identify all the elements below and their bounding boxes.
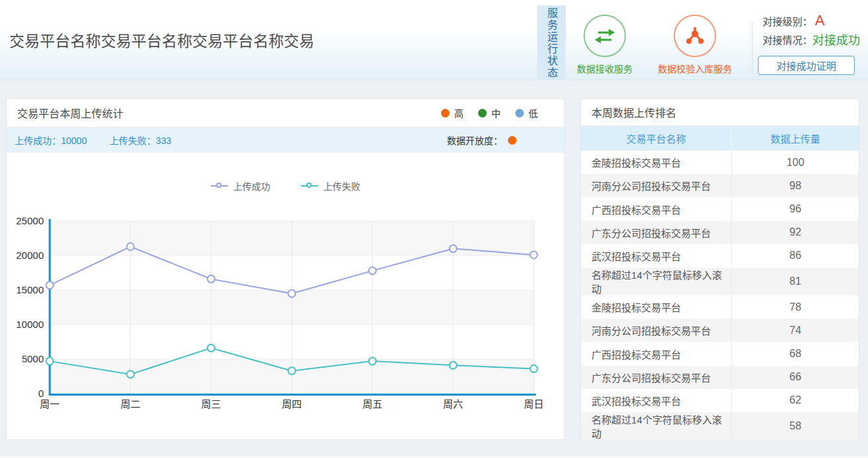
column-header-platform-name: 交易平台名称	[581, 126, 732, 151]
right-panel-header: 本周数据上传排名	[581, 99, 859, 126]
table-row[interactable]: 河南分公司招投标交易平台74	[581, 319, 859, 342]
upload-amount-cell: 98	[732, 174, 859, 197]
upload-amount-cell: 81	[732, 267, 859, 295]
vertical-dotted-divider	[752, 23, 753, 74]
svg-text:20000: 20000	[16, 250, 44, 261]
platform-name-cell: 河南分公司招投标交易平台	[581, 319, 732, 342]
docking-success-cert-button[interactable]: 对接成功证明	[758, 56, 855, 75]
platform-name-cell: 广西招投标交易平台	[581, 197, 732, 220]
footer-bar	[0, 455, 868, 458]
upload-amount-cell: 86	[732, 244, 859, 267]
svg-text:周三: 周三	[201, 398, 221, 410]
service-data-receive[interactable]: 数据接收服务	[572, 15, 638, 75]
ranking-table-body: 金陵招投标交易平台100河南分公司招投标交易平台98广西招投标交易平台96广东分…	[581, 151, 859, 440]
docking-level-row: 对接级别： A	[763, 11, 860, 30]
level-dot-icon	[441, 109, 450, 117]
upload-amount-cell: 74	[732, 319, 859, 342]
service-data-validate-store[interactable]: 数据校验入库服务	[654, 15, 736, 75]
weekly-upload-ranking-panel: 本周数据上传排名 交易平台名称 数据上传量 金陵招投标交易平台100河南分公司招…	[580, 98, 859, 440]
level-dot-icon	[515, 109, 524, 117]
table-row[interactable]: 金陵招投标交易平台100	[581, 151, 859, 174]
table-row[interactable]: 广东分公司招投标交易平台92	[581, 221, 859, 244]
docking-level-value: A	[815, 12, 825, 29]
level-legend: 高中低	[441, 106, 538, 119]
table-row[interactable]: 武汉招投标交易平台86	[581, 244, 859, 267]
column-header-upload-amount: 数据上传量	[732, 126, 859, 151]
platform-name-cell: 广西招投标交易平台	[581, 342, 732, 365]
table-row[interactable]: 广西招投标交易平台96	[581, 197, 859, 220]
svg-text:周一: 周一	[40, 398, 60, 410]
upload-fail-value: 333	[156, 135, 171, 146]
right-panel-title: 本周数据上传排名	[591, 104, 676, 120]
docking-info: 对接级别： A 对接情况： 对接成功	[763, 11, 860, 48]
level-label: 高	[454, 106, 464, 119]
line-chart-svg[interactable]: 周一周二周三周四周五周六周日0500010000150002000025000	[7, 153, 564, 439]
svg-text:15000: 15000	[16, 284, 44, 295]
upload-amount-cell: 68	[732, 342, 859, 365]
upload-amount-cell: 96	[732, 197, 859, 220]
svg-text:25000: 25000	[16, 215, 44, 226]
upload-fail-stat: 上传失败：333	[109, 133, 171, 147]
docking-status-row: 对接情况： 对接成功	[763, 30, 860, 48]
upload-success-stat: 上传成功：10000	[15, 133, 87, 147]
upload-success-value: 10000	[61, 135, 87, 146]
table-row[interactable]: 广西招投标交易平台68	[581, 342, 859, 365]
table-row[interactable]: 武汉招投标交易平台62	[581, 389, 859, 412]
svg-text:周五: 周五	[363, 398, 383, 410]
left-panel-header: 交易平台本周上传统计 高中低	[7, 99, 564, 127]
service-label: 数据接收服务	[572, 62, 638, 75]
upload-amount-cell: 92	[732, 221, 859, 244]
transfer-arrows-svg	[591, 23, 618, 49]
upload-fail-label: 上传失败：	[109, 135, 156, 146]
data-openness-indicator-dot	[508, 136, 517, 145]
platform-name-cell: 武汉招投标交易平台	[581, 389, 732, 412]
data-openness-label: 数据开放度：	[447, 133, 503, 147]
table-row[interactable]: 名称超过14个字符鼠标移入滚动58	[581, 412, 859, 440]
app-header: 交易平台名称交易平台名称交易平台名称交易 服务运行状态 数据接收服务 数据校验入	[0, 0, 868, 80]
platform-name-cell: 名称超过14个字符鼠标移入滚动	[581, 267, 732, 295]
platform-name-cell: 河南分公司招投标交易平台	[581, 174, 732, 197]
upload-amount-cell: 100	[732, 151, 859, 174]
share-network-svg	[682, 23, 708, 49]
service-label: 数据校验入库服务	[654, 62, 736, 75]
platform-name-cell: 武汉招投标交易平台	[581, 244, 732, 267]
upload-amount-cell: 66	[732, 366, 859, 389]
svg-text:10000: 10000	[16, 319, 44, 330]
table-row[interactable]: 河南分公司招投标交易平台98	[581, 174, 859, 197]
svg-text:5000: 5000	[22, 353, 44, 364]
svg-text:周四: 周四	[282, 398, 302, 410]
level-legend-item: 低	[515, 106, 538, 119]
ranking-table-header: 交易平台名称 数据上传量	[581, 126, 859, 151]
upload-amount-cell: 78	[732, 295, 859, 319]
level-label: 低	[528, 106, 538, 119]
data-openness: 数据开放度：	[447, 133, 517, 147]
upload-amount-cell: 62	[732, 389, 859, 412]
tab-service-run-status[interactable]: 服务运行状态	[537, 5, 566, 80]
docking-level-label: 对接级别：	[763, 14, 812, 28]
table-row[interactable]: 金陵招投标交易平台78	[581, 295, 859, 319]
svg-text:周六: 周六	[443, 398, 463, 410]
page-title: 交易平台名称交易平台名称交易平台名称交易	[9, 29, 314, 51]
docking-status-label: 对接情况：	[763, 33, 812, 46]
upload-line-chart: 上传成功上传失败 周一周二周三周四周五周六周日05000100001500020…	[7, 153, 564, 439]
platform-name-cell: 广东分公司招投标交易平台	[581, 221, 732, 244]
table-row[interactable]: 广东分公司招投标交易平台66	[581, 366, 859, 389]
table-row[interactable]: 名称超过14个字符鼠标移入滚动81	[581, 267, 859, 295]
upload-stats-values: 上传成功：10000 上传失败：333	[15, 133, 171, 147]
platform-name-cell: 名称超过14个字符鼠标移入滚动	[581, 412, 732, 440]
platform-name-cell: 金陵招投标交易平台	[581, 151, 732, 174]
upload-amount-cell: 58	[732, 412, 859, 440]
left-panel-title: 交易平台本周上传统计	[17, 105, 123, 121]
svg-text:周日: 周日	[524, 398, 544, 410]
level-dot-icon	[478, 109, 487, 117]
upload-stats-bar: 上传成功：10000 上传失败：333 数据开放度：	[7, 127, 564, 153]
docking-status-value: 对接成功	[812, 31, 860, 48]
weekly-upload-stats-panel: 交易平台本周上传统计 高中低 上传成功：10000 上传失败：333 数据开放度…	[6, 98, 565, 440]
svg-text:0: 0	[38, 388, 44, 399]
upload-success-label: 上传成功：	[15, 135, 61, 146]
transfer-arrows-icon	[584, 15, 626, 57]
level-label: 中	[491, 106, 501, 119]
platform-name-cell: 金陵招投标交易平台	[581, 295, 732, 319]
share-network-icon	[674, 15, 716, 57]
level-legend-item: 高	[441, 106, 464, 119]
